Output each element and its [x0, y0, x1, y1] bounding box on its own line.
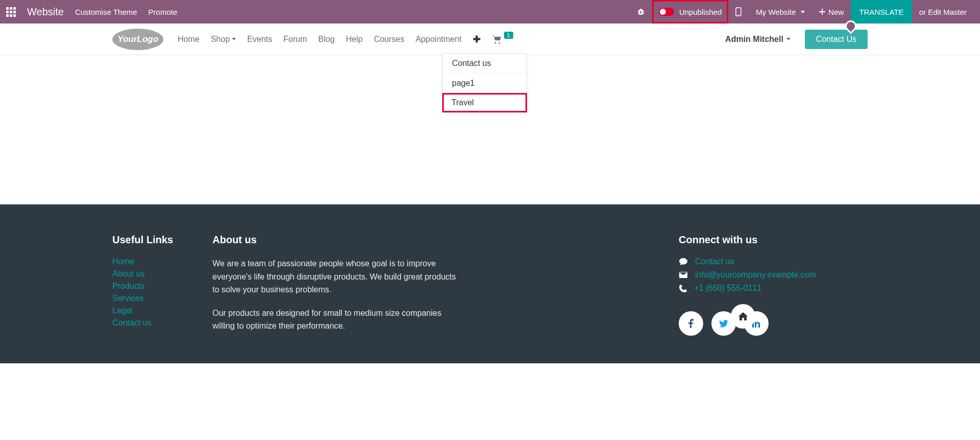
- nav-courses[interactable]: Courses: [374, 35, 404, 44]
- my-website-dropdown[interactable]: My Website: [749, 0, 812, 24]
- logo[interactable]: YourLogo: [112, 29, 163, 50]
- logo-text-1: Your: [117, 34, 137, 44]
- bug-icon[interactable]: [630, 0, 652, 24]
- chevron-down-icon: [786, 38, 791, 40]
- nav-shop-label: Shop: [211, 35, 230, 44]
- speech-bubble-icon: [679, 258, 688, 266]
- about-paragraph-2: Our products are designed for small to m…: [212, 307, 458, 333]
- chevron-down-icon: [801, 11, 805, 13]
- svg-point-2: [494, 42, 496, 43]
- envelope-icon: [679, 271, 688, 279]
- new-label: New: [828, 8, 844, 16]
- connect-contact-link[interactable]: Contact us: [695, 257, 734, 266]
- main-nav: Home Shop Events Forum Blog Help Courses…: [178, 34, 513, 45]
- footer: Useful Links Home About us Products Serv…: [0, 204, 980, 363]
- svg-point-1: [738, 14, 739, 15]
- site-header-right: Admin Mitchell Contact Us: [725, 30, 868, 49]
- admin-title[interactable]: Website: [27, 6, 64, 18]
- cart-button[interactable]: 1: [492, 35, 513, 44]
- publish-toggle[interactable]: [659, 8, 674, 16]
- my-website-label: My Website: [756, 8, 796, 16]
- new-button[interactable]: New: [812, 0, 851, 24]
- about-paragraph-1: We are a team of passionate people whose…: [212, 257, 458, 296]
- dropdown-item-page1[interactable]: page1: [443, 74, 527, 94]
- twitter-icon: [719, 320, 728, 328]
- footer-link-about[interactable]: About us: [112, 269, 212, 279]
- connect-phone-link[interactable]: +1 (650) 555-0111: [694, 284, 761, 293]
- connect-email-link[interactable]: info@yourcompany.example.com: [695, 270, 816, 280]
- scroll-top-button[interactable]: [731, 304, 755, 329]
- nav-appointment[interactable]: Appointment: [416, 35, 462, 44]
- contact-us-button[interactable]: Contact Us: [805, 30, 868, 49]
- connect-email-row: info@yourcompany.example.com: [679, 270, 868, 280]
- edit-master-label: or Edit Master: [919, 8, 967, 16]
- connect-contact-row: Contact us: [679, 257, 868, 266]
- nav-events[interactable]: Events: [247, 35, 272, 44]
- footer-connect: Connect with us Contact us info@yourcomp…: [679, 234, 868, 343]
- admin-bar: Website Customise Theme Promote Unpublis…: [0, 0, 980, 24]
- footer-link-home[interactable]: Home: [112, 257, 212, 266]
- nav-shop[interactable]: Shop: [211, 35, 236, 44]
- apps-icon[interactable]: [6, 7, 16, 17]
- footer-link-contact[interactable]: Contact us: [112, 318, 212, 328]
- dropdown-item-contact-us[interactable]: Contact us: [443, 54, 527, 74]
- publish-toggle-wrap: Unpublished: [652, 0, 728, 24]
- dropdown-item-travel[interactable]: Travel: [442, 93, 527, 112]
- admin-bar-left: Website Customise Theme Promote: [6, 6, 177, 18]
- facebook-button[interactable]: [679, 311, 703, 336]
- footer-about: About us We are a team of passionate peo…: [212, 234, 458, 343]
- phone-icon: [679, 284, 687, 292]
- footer-link-services[interactable]: Services: [112, 294, 212, 303]
- about-title: About us: [212, 234, 458, 246]
- user-menu[interactable]: Admin Mitchell: [725, 35, 791, 44]
- contact-us-label: Contact Us: [816, 35, 856, 43]
- nav-help[interactable]: Help: [346, 35, 363, 44]
- footer-link-legal[interactable]: Legal: [112, 306, 212, 315]
- site-header: YourLogo Home Shop Events Forum Blog Hel…: [0, 24, 980, 55]
- chevron-down-icon: [232, 38, 236, 40]
- user-name-label: Admin Mitchell: [725, 35, 783, 44]
- cart-count-badge: 1: [504, 32, 513, 39]
- svg-point-3: [498, 42, 500, 43]
- nav-home[interactable]: Home: [178, 35, 200, 44]
- mobile-preview-icon[interactable]: [728, 0, 749, 24]
- edit-master-link[interactable]: or Edit Master: [912, 0, 974, 24]
- publish-status-label: Unpublished: [679, 8, 722, 16]
- admin-bar-right: Unpublished My Website New TRANSLATE or …: [630, 0, 974, 24]
- nav-blog[interactable]: Blog: [318, 35, 334, 44]
- translate-button[interactable]: TRANSLATE: [851, 0, 912, 24]
- promote-link[interactable]: Promote: [148, 8, 177, 16]
- connect-title: Connect with us: [679, 234, 868, 246]
- footer-link-products[interactable]: Products: [112, 282, 212, 291]
- logo-shape: YourLogo: [112, 29, 163, 50]
- add-page-dropdown: Contact us page1 Travel: [442, 53, 527, 112]
- nav-forum[interactable]: Forum: [283, 35, 307, 44]
- add-menu-icon[interactable]: ✚: [473, 34, 481, 45]
- useful-links-title: Useful Links: [112, 234, 212, 246]
- home-icon: [738, 312, 748, 320]
- translate-label: TRANSLATE: [859, 8, 903, 16]
- connect-phone-row: +1 (650) 555-0111: [679, 284, 868, 293]
- footer-useful-links: Useful Links Home About us Products Serv…: [112, 234, 212, 343]
- facebook-icon: [688, 319, 694, 328]
- logo-text-2: Logo: [137, 34, 158, 44]
- customise-theme-link[interactable]: Customise Theme: [75, 8, 137, 16]
